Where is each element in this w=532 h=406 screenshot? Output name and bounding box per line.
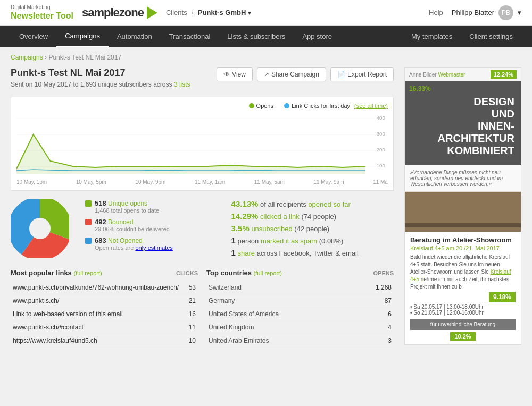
clicks-legend: Link Clicks for first day (see all time) (284, 103, 388, 109)
opens-sub: 1,468 total opens to date (95, 207, 159, 214)
preview-pct1: 16.33% (409, 85, 431, 92)
links-full-report-link[interactable]: (full report) (73, 270, 102, 276)
lists-link[interactable]: 3 lists (174, 81, 190, 88)
breadcrumb-campaigns-link[interactable]: Campaigns (11, 54, 43, 61)
preview-design-text: DESIGNUNDINNEN-ARCHITEKTURKOMBINIERT (411, 96, 514, 157)
header: Digital Marketing Newsletter Tool sample… (0, 0, 532, 26)
campaign-info: Punkt-s Test NL Mai 2017 Sent on 10 May … (11, 67, 190, 95)
nav-client-settings[interactable]: Client settings (461, 26, 521, 47)
logo: samplezone (82, 6, 157, 20)
user-info: Philipp Blatter PB ▾ (452, 5, 521, 20)
stats-legend: 518 Unique opens 1,468 total opens to da… (85, 199, 221, 260)
table-row: Switzerland1,268 (206, 281, 394, 294)
clients-link[interactable]: Clients (166, 9, 187, 16)
nav-transactional[interactable]: Transactional (161, 26, 219, 47)
share-link[interactable]: share (238, 249, 255, 257)
unique-opens-link[interactable]: Unique opens (108, 200, 147, 207)
share-button[interactable]: ↗ Share Campaign (257, 67, 326, 81)
nav-automation[interactable]: Automation (109, 26, 161, 47)
user-dropdown-icon[interactable]: ▾ (518, 9, 521, 16)
email-preview: Anne Bilder Webmaster 12.24% 16.33% DESI… (404, 67, 521, 345)
pie-section (11, 199, 74, 260)
opens-dot (249, 103, 254, 108)
preview-section2: Beratung im Atelier-Showroom Kreislauf 4… (405, 232, 521, 344)
not-opened-color (85, 238, 92, 244)
link-url: www.punkt-s.ch/#contact (11, 321, 186, 334)
opened-so-far-link[interactable]: opened so far (308, 200, 351, 208)
chart-label-0: 10 May, 1pm (16, 179, 47, 185)
chart-area: 400 300 200 100 (16, 113, 388, 177)
avatar[interactable]: PB (498, 5, 513, 20)
preview-cta[interactable]: für unverbindliche Beratung (410, 319, 516, 330)
export-button[interactable]: 📄 Export Report (330, 67, 394, 81)
pie-chart (11, 199, 69, 258)
table-row: Link to web-based version of this email1… (11, 308, 198, 321)
breadcrumb: Campaigns › Punkt-s Test NL Mai 2017 (11, 54, 521, 61)
client-breadcrumb: Clients › Punkt-s GmbH ▾ (166, 9, 251, 16)
table-row: www.punkt-s.ch/privatkunde/762-wohnung-u… (11, 281, 198, 294)
opens-text: 518 Unique opens 1,468 total opens to da… (95, 199, 159, 214)
clicked-link[interactable]: clicked a link (260, 213, 300, 221)
nav-campaigns[interactable]: Campaigns (56, 26, 109, 47)
chart-container: Opens Link Clicks for first day (see all… (11, 97, 394, 191)
header-left: Digital Marketing Newsletter Tool sample… (11, 4, 251, 21)
help-link[interactable]: Help (429, 9, 443, 16)
svg-text:100: 100 (377, 163, 385, 168)
nav-lists-subscribers[interactable]: Lists & subscribers (219, 26, 294, 47)
preview-author: Anne Bilder Webmaster (409, 72, 465, 78)
country-opens: 4 (354, 321, 394, 334)
main-layout: Punkt-s Test NL Mai 2017 Sent on 10 May … (11, 67, 521, 348)
stats-row: 518 Unique opens 1,468 total opens to da… (11, 199, 394, 260)
countries-full-report-link[interactable]: (full report) (254, 270, 282, 276)
link-url: https://www.kreislauf4und5.ch (11, 334, 186, 348)
preview-badge3-wrapper: 10.2% (410, 332, 516, 340)
view-button[interactable]: 👁 View (217, 67, 253, 81)
nav-overview[interactable]: Overview (11, 26, 56, 47)
not-opened-sub: Open rates are only estimates (95, 244, 173, 251)
view-icon: 👁 (223, 71, 230, 78)
top-countries-table: Switzerland1,268Germany87United States o… (206, 281, 394, 348)
client-name[interactable]: Punkt-s GmbH ▾ (198, 9, 251, 16)
opens-col-label: OPENS (373, 270, 394, 276)
see-all-link[interactable]: (see all time) (354, 103, 388, 109)
nav-app-store[interactable]: App store (294, 26, 340, 47)
breadcrumb-sep: › (45, 54, 47, 61)
chart-label-4: 11 May, 5am (254, 179, 285, 185)
content-area: Campaigns › Punkt-s Test NL Mai 2017 Pun… (0, 47, 532, 354)
chart-label-3: 11 May, 1am (195, 179, 225, 185)
country-name: Switzerland (206, 281, 354, 294)
chart-label-2: 10 May, 9pm (135, 179, 165, 185)
unsubscribed-link[interactable]: unsubscribed (251, 225, 292, 233)
breadcrumb-separator: › (192, 9, 194, 16)
spam-link[interactable]: marked it as spam (261, 237, 317, 245)
clicks-col-label: CLICKS (176, 270, 198, 276)
share-line: 1 share across Facebook, Twitter & email (231, 248, 394, 257)
preview-author-link[interactable]: Webmaster (438, 72, 465, 78)
chart-legend: Opens Link Clicks for first day (see all… (16, 103, 388, 109)
spam-line: 1 person marked it as spam (0.08%) (231, 236, 394, 245)
chart-svg: 400 300 200 100 (16, 113, 388, 177)
table-row: www.punkt-s.ch/21 (11, 294, 198, 308)
link-clicks: 53 (186, 281, 198, 294)
link-url: www.punkt-s.ch/ (11, 294, 186, 308)
pct-recipients-line: 43.13% of all recipients opened so far (231, 199, 394, 208)
bounced-stat: 492 Bounced 29.06% couldn't be delivered (85, 218, 221, 232)
nav-my-templates[interactable]: My templates (403, 26, 461, 47)
table-row: https://www.kreislauf4und5.ch10 (11, 334, 198, 348)
preview-quote: »Vorhandene Dinge müssen nicht neu erfun… (405, 165, 521, 192)
left-panel: Punkt-s Test NL Mai 2017 Sent on 10 May … (11, 67, 394, 348)
not-opened-link[interactable]: Not Opened (108, 237, 143, 244)
clicks-label: Link Clicks for first day (292, 103, 350, 109)
bounced-link[interactable]: Bounced (108, 218, 133, 226)
table-row: United States of America6 (206, 308, 394, 321)
estimates-link[interactable]: only estimates (135, 244, 172, 251)
opens-color (85, 200, 92, 207)
preview-img2 (405, 192, 521, 232)
preview-badge2: 9.18% (489, 292, 516, 302)
chart-label-5: 11 May, 9am (313, 179, 344, 185)
brand-text: Digital Marketing Newsletter Tool (11, 4, 73, 21)
tables-row: Most popular links (full report) CLICKS … (11, 269, 394, 348)
table-row: Germany87 (206, 294, 394, 308)
clicks-dot (284, 103, 289, 108)
pct-unsub-line: 3.5% unsubscribed (42 people) (231, 224, 394, 233)
